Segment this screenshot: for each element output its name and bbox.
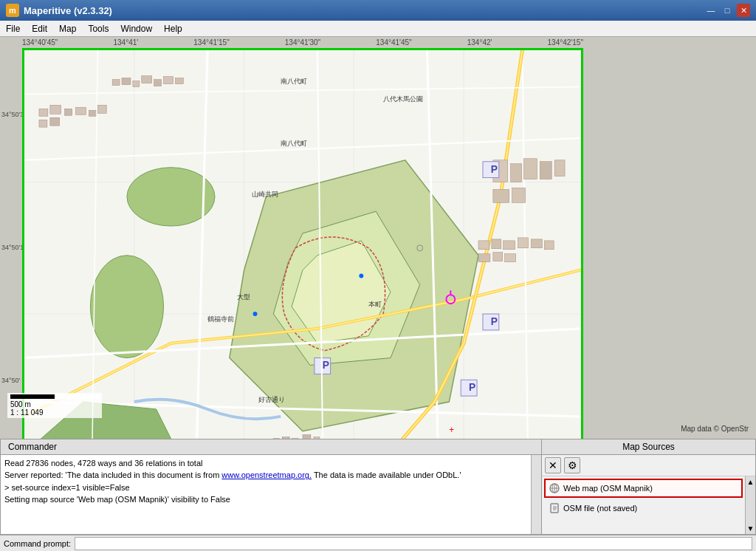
map-sources-toolbar: ✕ ⚙ bbox=[542, 455, 755, 476]
svg-rect-78 bbox=[493, 253, 503, 261]
svg-rect-30 bbox=[524, 159, 537, 179]
svg-rect-32 bbox=[554, 160, 565, 177]
scroll-up[interactable]: ▲ bbox=[746, 476, 755, 487]
coord-label: 134°40'45" bbox=[22, 38, 58, 47]
map-canvas[interactable]: P P P P 南八代町 八代木馬公園 南八代町 山崎共同 本町 大型 鶴福寺前… bbox=[22, 48, 583, 439]
output-line: Server reported: 'The data included in t… bbox=[4, 470, 527, 481]
svg-point-12 bbox=[90, 256, 163, 358]
menu-file[interactable]: File bbox=[0, 22, 26, 35]
svg-rect-34 bbox=[512, 188, 526, 202]
svg-rect-72 bbox=[492, 239, 501, 249]
app-icon: m bbox=[6, 4, 19, 17]
bottom-area: Commander Read 27836 nodes, 4728 ways an… bbox=[0, 439, 756, 551]
svg-text:山崎共同: 山崎共同 bbox=[252, 191, 278, 198]
svg-rect-33 bbox=[493, 189, 509, 202]
output-line: Read 27836 nodes, 4728 ways and 36 relat… bbox=[4, 458, 527, 469]
map-sources-tab[interactable]: Map Sources bbox=[542, 439, 755, 455]
settings-source-button[interactable]: ⚙ bbox=[564, 457, 580, 473]
svg-rect-77 bbox=[478, 254, 490, 262]
svg-text:P: P bbox=[491, 315, 498, 327]
command-prompt-label: Command prompt: bbox=[4, 539, 71, 548]
svg-text:鶴福寺前: 鶴福寺前 bbox=[207, 315, 234, 323]
menu-help[interactable]: Help bbox=[158, 22, 188, 35]
osm-link[interactable]: www.openstreetmap.org. bbox=[221, 470, 312, 479]
svg-point-11 bbox=[127, 168, 215, 226]
bottom-panels: Commander Read 27836 nodes, 4728 ways an… bbox=[0, 439, 756, 535]
coord-label: 134°41'30" bbox=[285, 38, 320, 47]
commander-panel: Commander Read 27836 nodes, 4728 ways an… bbox=[0, 439, 542, 535]
svg-rect-31 bbox=[540, 162, 551, 179]
file-icon bbox=[549, 502, 560, 514]
map-attribution: Map data © OpenStr bbox=[681, 425, 749, 433]
coord-label-left: 34°50'15" bbox=[1, 244, 22, 251]
commander-tab[interactable]: Commander bbox=[1, 439, 541, 455]
svg-text:南八代町: 南八代町 bbox=[281, 140, 307, 147]
commander-scrollbar[interactable] bbox=[531, 455, 541, 534]
source-label: OSM file (not saved) bbox=[563, 504, 637, 513]
window-controls: — □ ✕ bbox=[704, 4, 750, 17]
command-prompt-input[interactable] bbox=[75, 537, 752, 550]
scroll-down[interactable]: ▼ bbox=[746, 523, 755, 534]
menu-edit[interactable]: Edit bbox=[26, 22, 53, 35]
svg-text:P: P bbox=[491, 163, 498, 175]
svg-rect-22 bbox=[122, 78, 131, 85]
menu-bar: File Edit Map Tools Window Help bbox=[0, 21, 756, 37]
svg-rect-29 bbox=[511, 164, 522, 182]
coord-label: 134°42'15" bbox=[548, 38, 583, 47]
svg-rect-24 bbox=[142, 76, 152, 83]
delete-source-button[interactable]: ✕ bbox=[545, 457, 561, 473]
svg-rect-25 bbox=[154, 80, 162, 86]
svg-rect-18 bbox=[76, 107, 86, 114]
svg-rect-19 bbox=[89, 110, 96, 116]
svg-rect-79 bbox=[505, 254, 516, 262]
map-source-item[interactable]: Web map (OSM Mapnik) bbox=[544, 479, 743, 498]
coord-label-left: 34°50' bbox=[1, 377, 22, 384]
svg-rect-73 bbox=[504, 241, 515, 250]
globe-icon bbox=[549, 482, 560, 494]
svg-rect-16 bbox=[39, 120, 47, 127]
svg-text:大型: 大型 bbox=[237, 293, 250, 301]
source-label: Web map (OSM Mapnik) bbox=[563, 484, 653, 493]
svg-rect-13 bbox=[39, 109, 48, 116]
svg-text:八代木馬公園: 八代木馬公園 bbox=[383, 95, 423, 103]
svg-rect-75 bbox=[531, 239, 542, 248]
svg-rect-61 bbox=[282, 437, 289, 439]
maximize-button[interactable]: □ bbox=[721, 4, 734, 17]
zoom-label: 1 : 11 049 bbox=[10, 408, 99, 417]
map-source-item[interactable]: OSM file (not saved) bbox=[544, 499, 743, 518]
svg-rect-20 bbox=[97, 105, 106, 113]
svg-point-69 bbox=[359, 273, 363, 278]
coord-label: 134°41' bbox=[113, 38, 138, 47]
svg-text:好古通り: 好古通り bbox=[258, 396, 285, 403]
map-sources-panel: Map Sources ✕ ⚙ Web map (OSM Mapni bbox=[542, 439, 756, 535]
svg-text:P: P bbox=[323, 359, 329, 371]
svg-rect-17 bbox=[50, 117, 60, 126]
output-line: > set-source index=1 visible=False bbox=[4, 482, 527, 493]
map-sources-list: Web map (OSM Mapnik) OSM file (not saved… bbox=[542, 476, 745, 534]
close-button[interactable]: ✕ bbox=[737, 4, 750, 17]
svg-text:P: P bbox=[469, 381, 475, 393]
menu-window[interactable]: Window bbox=[114, 22, 158, 35]
coord-top: 134°40'45" 134°41' 134°41'15" 134°41'30"… bbox=[22, 38, 583, 47]
coord-left: 34°50'30" 34°50'15" 34°50' bbox=[1, 48, 22, 439]
app-title: m Maperitive (v2.3.32) bbox=[6, 4, 112, 17]
svg-rect-27 bbox=[175, 78, 183, 84]
svg-text:南八代町: 南八代町 bbox=[281, 78, 307, 85]
svg-rect-74 bbox=[518, 238, 529, 248]
svg-rect-21 bbox=[112, 80, 120, 86]
command-prompt-bar: Command prompt: bbox=[0, 535, 756, 551]
map-sources-scrollbar[interactable]: ▲ ▼ bbox=[745, 476, 755, 534]
svg-rect-23 bbox=[133, 81, 140, 87]
minimize-button[interactable]: — bbox=[704, 4, 718, 17]
menu-tools[interactable]: Tools bbox=[82, 22, 114, 35]
menu-map[interactable]: Map bbox=[53, 22, 82, 35]
svg-rect-76 bbox=[544, 241, 554, 250]
coord-label: 134°41'15" bbox=[193, 38, 229, 47]
main-area: 134°40'45" 134°41' 134°41'15" 134°41'30"… bbox=[0, 37, 756, 439]
output-line: Setting map source 'Web map (OSM Mapnik)… bbox=[4, 494, 527, 505]
coord-label-left: 34°50'30" bbox=[1, 111, 22, 118]
svg-rect-15 bbox=[65, 109, 72, 115]
coord-label: 134°41'45" bbox=[376, 38, 411, 47]
svg-text:本町: 本町 bbox=[368, 301, 382, 308]
svg-rect-26 bbox=[164, 77, 173, 84]
